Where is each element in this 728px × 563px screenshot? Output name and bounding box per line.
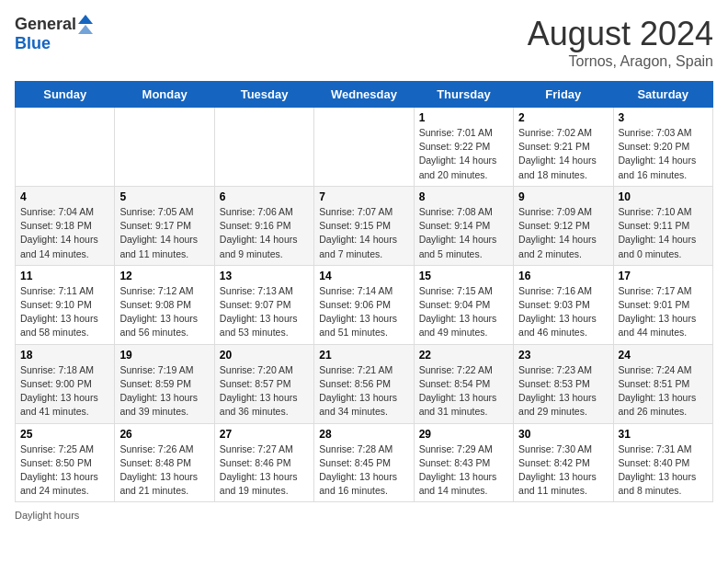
calendar-cell: 25Sunrise: 7:25 AM Sunset: 8:50 PM Dayli… <box>16 423 115 502</box>
calendar-cell: 23Sunrise: 7:23 AM Sunset: 8:53 PM Dayli… <box>514 344 613 423</box>
day-info: Sunrise: 7:15 AM Sunset: 9:04 PM Dayligh… <box>419 284 508 340</box>
page-title: August 2024 <box>528 15 713 53</box>
calendar-cell: 28Sunrise: 7:28 AM Sunset: 8:45 PM Dayli… <box>314 423 414 502</box>
day-info: Sunrise: 7:04 AM Sunset: 9:18 PM Dayligh… <box>20 205 109 261</box>
day-info: Sunrise: 7:13 AM Sunset: 9:07 PM Dayligh… <box>220 284 309 340</box>
calendar-cell <box>115 108 214 187</box>
day-number: 30 <box>518 428 608 441</box>
calendar-cell: 4Sunrise: 7:04 AM Sunset: 9:18 PM Daylig… <box>16 186 115 265</box>
day-info: Sunrise: 7:23 AM Sunset: 8:53 PM Dayligh… <box>518 363 608 419</box>
calendar-cell: 24Sunrise: 7:24 AM Sunset: 8:51 PM Dayli… <box>613 344 712 423</box>
calendar-cell: 17Sunrise: 7:17 AM Sunset: 9:01 PM Dayli… <box>613 265 712 344</box>
day-number: 23 <box>518 349 608 362</box>
logo-blue-text: Blue <box>15 34 51 53</box>
day-info: Sunrise: 7:30 AM Sunset: 8:42 PM Dayligh… <box>518 442 608 499</box>
calendar-cell: 10Sunrise: 7:10 AM Sunset: 9:11 PM Dayli… <box>613 186 712 265</box>
day-number: 15 <box>419 270 508 282</box>
day-number: 14 <box>319 270 408 282</box>
day-info: Sunrise: 7:25 AM Sunset: 8:50 PM Dayligh… <box>20 442 109 499</box>
calendar-header-row: SundayMondayTuesdayWednesdayThursdayFrid… <box>16 82 713 108</box>
calendar-week-row: 4Sunrise: 7:04 AM Sunset: 9:18 PM Daylig… <box>16 186 713 265</box>
footer-note: Daylight hours <box>15 510 713 521</box>
day-info: Sunrise: 7:18 AM Sunset: 9:00 PM Dayligh… <box>20 363 109 419</box>
calendar-col-header: Wednesday <box>314 82 414 108</box>
day-info: Sunrise: 7:03 AM Sunset: 9:20 PM Dayligh… <box>619 126 708 182</box>
day-info: Sunrise: 7:02 AM Sunset: 9:21 PM Dayligh… <box>518 126 608 182</box>
day-info: Sunrise: 7:07 AM Sunset: 9:15 PM Dayligh… <box>319 205 408 261</box>
day-number: 19 <box>119 349 209 362</box>
day-info: Sunrise: 7:29 AM Sunset: 8:43 PM Dayligh… <box>419 442 508 499</box>
calendar-col-header: Friday <box>514 82 613 108</box>
calendar-cell: 2Sunrise: 7:02 AM Sunset: 9:21 PM Daylig… <box>514 108 613 187</box>
logo: General Blue <box>15 15 93 53</box>
day-info: Sunrise: 7:16 AM Sunset: 9:03 PM Dayligh… <box>518 284 608 340</box>
day-info: Sunrise: 7:09 AM Sunset: 9:12 PM Dayligh… <box>518 205 608 261</box>
calendar-col-header: Saturday <box>613 82 712 108</box>
calendar-cell: 19Sunrise: 7:19 AM Sunset: 8:59 PM Dayli… <box>115 344 214 423</box>
title-block: August 2024 Tornos, Aragon, Spain <box>528 15 713 70</box>
page-header: General Blue August 2024 Tornos, Aragon,… <box>15 15 713 70</box>
day-info: Sunrise: 7:01 AM Sunset: 9:22 PM Dayligh… <box>419 126 508 182</box>
day-info: Sunrise: 7:17 AM Sunset: 9:01 PM Dayligh… <box>619 284 708 340</box>
day-number: 17 <box>619 270 708 282</box>
calendar-cell: 21Sunrise: 7:21 AM Sunset: 8:56 PM Dayli… <box>314 344 414 423</box>
day-info: Sunrise: 7:22 AM Sunset: 8:54 PM Dayligh… <box>419 363 508 419</box>
day-number: 8 <box>419 190 508 203</box>
calendar-cell: 26Sunrise: 7:26 AM Sunset: 8:48 PM Dayli… <box>115 423 214 502</box>
day-number: 10 <box>619 190 708 203</box>
day-number: 28 <box>319 428 408 441</box>
day-number: 29 <box>419 428 508 441</box>
logo-general-text: General <box>15 15 76 34</box>
day-number: 11 <box>20 270 109 282</box>
day-number: 16 <box>518 270 608 282</box>
day-info: Sunrise: 7:10 AM Sunset: 9:11 PM Dayligh… <box>619 205 708 261</box>
calendar-cell: 13Sunrise: 7:13 AM Sunset: 9:07 PM Dayli… <box>214 265 313 344</box>
day-number: 6 <box>220 190 309 203</box>
day-number: 3 <box>619 111 708 124</box>
day-info: Sunrise: 7:19 AM Sunset: 8:59 PM Dayligh… <box>119 363 209 419</box>
day-info: Sunrise: 7:31 AM Sunset: 8:40 PM Dayligh… <box>619 442 708 499</box>
day-number: 12 <box>119 270 209 282</box>
calendar-cell: 14Sunrise: 7:14 AM Sunset: 9:06 PM Dayli… <box>314 265 414 344</box>
calendar-cell: 30Sunrise: 7:30 AM Sunset: 8:42 PM Dayli… <box>514 423 613 502</box>
calendar-week-row: 25Sunrise: 7:25 AM Sunset: 8:50 PM Dayli… <box>16 423 713 502</box>
day-number: 5 <box>119 190 209 203</box>
calendar-cell: 20Sunrise: 7:20 AM Sunset: 8:57 PM Dayli… <box>214 344 313 423</box>
day-number: 22 <box>419 349 508 362</box>
day-number: 31 <box>619 428 708 441</box>
day-info: Sunrise: 7:08 AM Sunset: 9:14 PM Dayligh… <box>419 205 508 261</box>
calendar-table: SundayMondayTuesdayWednesdayThursdayFrid… <box>15 81 713 502</box>
day-number: 24 <box>619 349 708 362</box>
calendar-cell: 9Sunrise: 7:09 AM Sunset: 9:12 PM Daylig… <box>514 186 613 265</box>
calendar-cell: 31Sunrise: 7:31 AM Sunset: 8:40 PM Dayli… <box>613 423 712 502</box>
calendar-col-header: Tuesday <box>214 82 313 108</box>
calendar-cell: 29Sunrise: 7:29 AM Sunset: 8:43 PM Dayli… <box>414 423 513 502</box>
calendar-col-header: Monday <box>115 82 214 108</box>
day-info: Sunrise: 7:06 AM Sunset: 9:16 PM Dayligh… <box>220 205 309 261</box>
calendar-cell: 15Sunrise: 7:15 AM Sunset: 9:04 PM Dayli… <box>414 265 513 344</box>
day-info: Sunrise: 7:14 AM Sunset: 9:06 PM Dayligh… <box>319 284 408 340</box>
day-number: 20 <box>220 349 309 362</box>
day-number: 13 <box>220 270 309 282</box>
calendar-cell <box>314 108 414 187</box>
calendar-cell: 7Sunrise: 7:07 AM Sunset: 9:15 PM Daylig… <box>314 186 414 265</box>
day-info: Sunrise: 7:05 AM Sunset: 9:17 PM Dayligh… <box>119 205 209 261</box>
day-info: Sunrise: 7:24 AM Sunset: 8:51 PM Dayligh… <box>619 363 708 419</box>
calendar-cell: 6Sunrise: 7:06 AM Sunset: 9:16 PM Daylig… <box>214 186 313 265</box>
day-number: 4 <box>20 190 109 203</box>
day-info: Sunrise: 7:27 AM Sunset: 8:46 PM Dayligh… <box>220 442 309 499</box>
calendar-col-header: Sunday <box>16 82 115 108</box>
calendar-cell: 16Sunrise: 7:16 AM Sunset: 9:03 PM Dayli… <box>514 265 613 344</box>
day-number: 2 <box>518 111 608 124</box>
calendar-cell: 22Sunrise: 7:22 AM Sunset: 8:54 PM Dayli… <box>414 344 513 423</box>
day-info: Sunrise: 7:20 AM Sunset: 8:57 PM Dayligh… <box>220 363 309 419</box>
day-info: Sunrise: 7:28 AM Sunset: 8:45 PM Dayligh… <box>319 442 408 499</box>
calendar-col-header: Thursday <box>414 82 513 108</box>
calendar-cell <box>214 108 313 187</box>
page-subtitle: Tornos, Aragon, Spain <box>528 53 713 70</box>
calendar-cell: 27Sunrise: 7:27 AM Sunset: 8:46 PM Dayli… <box>214 423 313 502</box>
day-number: 18 <box>20 349 109 362</box>
day-info: Sunrise: 7:26 AM Sunset: 8:48 PM Dayligh… <box>119 442 209 499</box>
day-number: 27 <box>220 428 309 441</box>
day-info: Sunrise: 7:12 AM Sunset: 9:08 PM Dayligh… <box>119 284 209 340</box>
